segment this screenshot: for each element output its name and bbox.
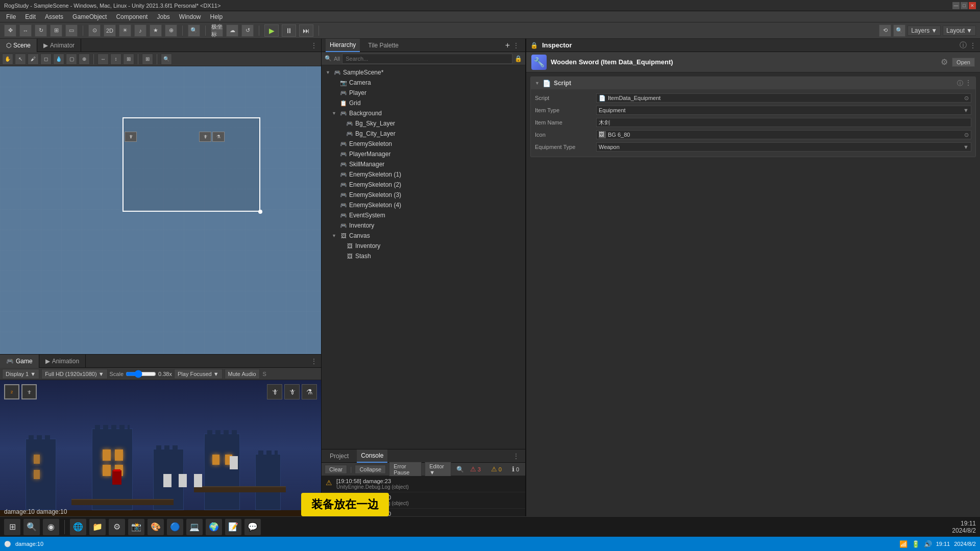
- menu-file[interactable]: File: [2, 12, 20, 21]
- window-controls[interactable]: — □ ✕: [952, 2, 976, 9]
- cloud-btn[interactable]: ☁: [226, 24, 238, 37]
- minimize-btn[interactable]: —: [952, 2, 960, 9]
- hierarchy-add-icon[interactable]: +: [505, 41, 510, 50]
- history-btn[interactable]: ⟲: [879, 24, 891, 37]
- hier-item-eventsystem[interactable]: 🎮 EventSystem: [322, 210, 525, 220]
- mute-audio-btn[interactable]: Mute Audio: [225, 369, 260, 379]
- eraser-tool[interactable]: ◻: [40, 54, 52, 65]
- taskbar-explorer[interactable]: 📁: [89, 519, 106, 535]
- transform-tool[interactable]: ✥: [4, 24, 16, 37]
- console-entry-0[interactable]: ⚠ [19:10:58] damage:23 UnityEngine.Debug…: [322, 476, 525, 492]
- menu-component[interactable]: Component: [112, 12, 152, 21]
- play-btn[interactable]: ▶: [264, 24, 279, 37]
- script-info-icon[interactable]: ⓘ: [957, 79, 963, 88]
- project-tab[interactable]: Project: [326, 449, 353, 463]
- hier-item-canvas-inventory[interactable]: 🖼 Inventory: [322, 241, 525, 251]
- menu-edit[interactable]: Edit: [21, 12, 40, 21]
- hier-item-canvas[interactable]: ▼ 🖼 Canvas: [322, 231, 525, 241]
- game-menu-icon[interactable]: ⋮: [311, 358, 317, 365]
- hier-item-camera[interactable]: 📷 Camera: [322, 78, 525, 88]
- hier-item-skillmanager[interactable]: 🎮 SkillManager: [322, 159, 525, 169]
- taskbar-task-view[interactable]: ◉: [43, 519, 59, 535]
- scene-viewport[interactable]: 🗡 🗡 ⚗: [0, 66, 321, 354]
- scale-slider[interactable]: [126, 370, 156, 378]
- console-tab[interactable]: Console: [357, 449, 387, 463]
- flip-v-btn[interactable]: ↕: [110, 54, 121, 65]
- animator-tab[interactable]: ▶ Animator: [37, 39, 81, 52]
- hier-item-enemyskeleton3[interactable]: 🎮 EnemySkeleton (3): [322, 190, 525, 200]
- search-btn-2[interactable]: 🔍: [893, 24, 905, 37]
- step-btn[interactable]: ⏭: [299, 24, 313, 37]
- hier-item-player[interactable]: 🎮 Player: [322, 88, 525, 98]
- search-icon[interactable]: 🔍: [188, 24, 200, 37]
- menu-window[interactable]: Window: [175, 12, 205, 21]
- hierarchy-search[interactable]: [342, 54, 512, 64]
- taskbar-search[interactable]: 🔍: [23, 519, 40, 535]
- hier-item-enemyskeleton4[interactable]: 🎮 EnemySkeleton (4): [322, 200, 525, 210]
- hier-item-enemyskeleton2[interactable]: 🎮 EnemySkeleton (2): [322, 180, 525, 190]
- rect-select-tool[interactable]: ▢: [66, 54, 77, 65]
- menu-jobs[interactable]: Jobs: [153, 12, 174, 21]
- inspector-lock-icon[interactable]: 🔒: [530, 42, 538, 49]
- brush-tool[interactable]: 🖌: [28, 54, 39, 65]
- maximize-btn[interactable]: □: [961, 2, 968, 9]
- zoom-label[interactable]: 极坐标: [211, 24, 223, 37]
- hierarchy-tab[interactable]: Hierarchy: [326, 39, 360, 52]
- editor-dropdown[interactable]: Editor ▼: [425, 462, 451, 477]
- rect-tool[interactable]: ▭: [65, 24, 78, 37]
- eyedrop-tool[interactable]: 💧: [53, 54, 64, 65]
- select-tool[interactable]: ↖: [15, 54, 26, 65]
- taskbar-settings[interactable]: ⚙: [109, 519, 125, 535]
- icon-value-box[interactable]: 🖼 BG 6_80 ⊙: [596, 130, 971, 139]
- refresh-btn[interactable]: ↺: [241, 24, 254, 37]
- pivot-global-btn[interactable]: ⊕: [79, 54, 90, 65]
- taskbar-start[interactable]: ⊞: [4, 519, 20, 535]
- scale-tool[interactable]: ⊞: [50, 24, 62, 37]
- pivot-btn[interactable]: ⊙: [88, 24, 101, 37]
- script-settings-icon[interactable]: ⋮: [965, 79, 971, 88]
- taskbar-photos[interactable]: 📸: [128, 519, 144, 535]
- taskbar-notes[interactable]: 📝: [225, 519, 241, 535]
- move-2d-btn[interactable]: ↔: [97, 54, 109, 65]
- taskbar-unity[interactable]: 🔵: [167, 519, 183, 535]
- hier-item-stash[interactable]: 🖼 Stash: [322, 251, 525, 261]
- script-component-header[interactable]: ▼ 📄 Script ⓘ ⋮: [531, 77, 975, 89]
- collapse-btn[interactable]: Collapse: [355, 465, 386, 474]
- close-btn[interactable]: ✕: [969, 2, 976, 9]
- grid-btn[interactable]: ⊞: [142, 54, 153, 65]
- inspector-menu-icon[interactable]: ⋮: [970, 42, 976, 49]
- hier-item-bg-city[interactable]: 🎮 Bg_City_Layer: [322, 129, 525, 139]
- scene-tab[interactable]: ⬡ Scene: [0, 39, 37, 52]
- game-resolution[interactable]: Full HD (980x551) ▼: [41, 369, 107, 379]
- hierarchy-menu-icon[interactable]: ⋮: [513, 42, 519, 49]
- taskbar-paint[interactable]: 🎨: [148, 519, 164, 535]
- menu-assets[interactable]: Assets: [41, 12, 67, 21]
- hier-item-playermanager[interactable]: 🎮 PlayerManager: [322, 149, 525, 159]
- scene-menu-icon[interactable]: ⋮: [311, 42, 317, 49]
- audio-btn[interactable]: ♪: [134, 24, 146, 37]
- game-display[interactable]: Display 1 ▼: [2, 369, 39, 379]
- hier-item-inventory[interactable]: 🎮 Inventory: [322, 220, 525, 231]
- hier-item-background[interactable]: ▼ 🎮 Background: [322, 108, 525, 118]
- inspector-info-icon[interactable]: ⓘ: [960, 41, 967, 50]
- taskbar-edge[interactable]: 🌐: [70, 519, 86, 535]
- hier-item-enemyskeleton1[interactable]: 🎮 EnemySkeleton (1): [322, 169, 525, 180]
- console-menu-icon[interactable]: ⋮: [513, 453, 519, 460]
- open-btn[interactable]: Open: [952, 58, 975, 67]
- layers-dropdown[interactable]: Layers ▼: [908, 26, 941, 36]
- view-btn[interactable]: ⊞: [123, 54, 134, 65]
- clear-btn[interactable]: Clear: [325, 465, 347, 474]
- tile-palette-tab[interactable]: Tile Palette: [364, 39, 403, 52]
- light-btn[interactable]: ☀: [119, 24, 131, 37]
- pause-btn[interactable]: ⏸: [282, 24, 296, 37]
- search-scene-btn[interactable]: 🔍: [161, 54, 172, 65]
- hier-item-bg-sky[interactable]: 🎮 Bg_Sky_Layer: [322, 118, 525, 129]
- move-tool[interactable]: ↔: [19, 24, 32, 37]
- taskbar-chrome[interactable]: 🌍: [206, 519, 222, 535]
- hier-item-samplescene[interactable]: ▼ 🎮 SampleScene*: [322, 67, 525, 78]
- play-focused-btn[interactable]: Play Focused ▼: [174, 369, 223, 379]
- equipment-type-value-box[interactable]: Weapon ▼: [596, 142, 971, 152]
- game-tab[interactable]: 🎮 Game: [0, 355, 39, 368]
- fx-btn[interactable]: ★: [150, 24, 162, 37]
- error-pause-btn[interactable]: Error Pause: [389, 462, 422, 477]
